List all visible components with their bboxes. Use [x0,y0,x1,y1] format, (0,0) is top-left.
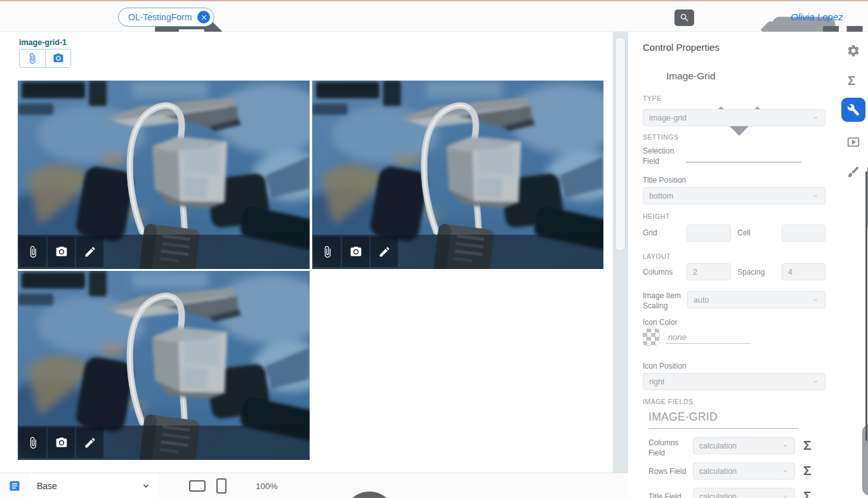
edit-mode-button[interactable] [653,10,668,25]
phone-view-button[interactable] [216,478,227,494]
tablet-view-button[interactable] [189,480,206,492]
grid-height-input[interactable] [687,225,731,242]
icon-position-select[interactable]: right [643,373,825,390]
form-canvas: image-grid-1 [0,32,613,473]
open-selection-field-button[interactable] [808,150,822,164]
columns-label: Columns [643,267,673,277]
type-select[interactable]: image-grid [643,109,825,126]
camera-button[interactable] [45,49,70,67]
user-name[interactable]: Olivia Lopez [791,11,843,22]
settings-tool-button[interactable] [846,44,860,58]
zoom-in-button[interactable] [284,480,296,492]
panel-scrollbar-thumb[interactable] [865,171,867,441]
sigma-icon: Σ [848,74,855,88]
image-grid-cell-2[interactable] [312,81,603,269]
media-tool-button[interactable] [846,135,860,149]
title-field-select[interactable]: calculation [693,488,795,498]
camera-button[interactable] [48,428,75,458]
canvas-scrollbar[interactable] [613,32,628,473]
panel-tool-strip: Σ [839,32,868,498]
chevron-down-icon [782,442,789,449]
undo-button[interactable] [21,10,36,25]
download-button[interactable] [72,10,87,25]
camera-button[interactable] [48,237,75,267]
view-selector[interactable]: Base [29,473,159,498]
formulas-tool-button[interactable]: Σ [848,74,855,88]
save-button[interactable] [97,10,112,25]
spacing-input[interactable] [782,263,825,280]
pdf-view-button[interactable] [700,9,717,25]
section-expand-chevron-icon[interactable] [644,72,653,81]
pencil-icon [84,246,96,258]
image-cell-toolbar [312,235,603,269]
icon-color-input[interactable] [666,331,751,344]
group-label-settings: SETTINGS [643,133,679,141]
code-view-button[interactable] [725,10,740,25]
canvas-scrollbar-thumb[interactable] [615,37,626,251]
view-selector-value: Base [37,481,141,491]
section-title: Image-Grid [666,70,716,82]
cell-height-input[interactable] [782,225,825,242]
chevron-down-icon [782,468,789,475]
main-area: image-grid-1 [0,32,868,498]
select-value: calculation [699,442,782,450]
apps-grid-button[interactable] [760,10,773,24]
sigma-icon: Σ [803,438,812,452]
grid-height-label: Grid [643,228,657,238]
select-value: auto [694,296,812,305]
attach-file-button[interactable] [19,428,46,458]
document-icon[interactable] [8,480,21,492]
open-form-chip[interactable]: OL-TestingForm [118,8,214,27]
image-item-scaling-select[interactable]: auto [687,291,825,308]
open-image-fields-button[interactable] [803,412,817,426]
attach-file-button[interactable] [313,237,341,267]
control-action-buttons [19,49,71,68]
image-grid-cell-3[interactable] [18,271,310,460]
edit-image-button[interactable] [76,428,103,458]
camera-icon [55,246,68,258]
title-field-label: Title Field [648,492,681,498]
control-properties-panel: Control Properties Image-Grid TYPE image… [628,32,868,498]
title-position-select[interactable]: bottom [643,187,825,204]
image-item-scaling-label: Image Item Scaling [643,291,683,311]
camera-button[interactable] [342,237,369,267]
search-icon [680,13,690,23]
control-field-label: image-grid-1 [19,38,67,47]
app-window: OL-TestingForm Olivia Lopez image-grid-1 [0,0,868,498]
edit-image-button[interactable] [76,237,103,267]
panel-title: Control Properties [643,42,720,53]
group-label-image-fields: IMAGE FIELDS [643,398,694,405]
edit-image-button[interactable] [371,237,398,267]
section-collapse-chevron-icon[interactable] [817,72,826,81]
user-avatar[interactable] [847,9,864,25]
search-button[interactable] [674,10,694,26]
icon-color-label: Icon Color [643,317,678,327]
attach-file-button[interactable] [19,237,46,267]
style-tool-button[interactable] [846,165,860,179]
paperclip-icon [27,246,39,258]
redo-button[interactable] [46,10,62,25]
columns-field-select[interactable]: calculation [693,437,795,454]
properties-tool-button-active[interactable] [841,98,865,122]
rows-field-select[interactable]: calculation [693,462,795,480]
rows-field-formula-button[interactable]: Σ [803,464,812,478]
sigma-icon: Σ [803,463,812,478]
pencil-icon [378,246,391,258]
columns-field-formula-button[interactable]: Σ [803,438,812,452]
selection-field-input[interactable] [686,150,801,162]
image-grid-cell-1[interactable] [18,81,310,269]
chevron-down-icon [782,493,789,498]
icon-color-swatch[interactable] [643,329,660,346]
brush-icon [846,165,860,179]
title-field-formula-button[interactable]: Σ [803,489,812,498]
close-form-button[interactable] [197,11,210,23]
cell-height-label: Cell [737,228,751,238]
video-display-icon [846,135,860,149]
attach-file-button[interactable] [20,49,45,67]
zoom-level: 100% [256,482,278,491]
image-cell-toolbar [18,426,310,460]
columns-input[interactable] [687,263,731,280]
camera-icon [55,436,68,449]
zoom-in-icon [284,480,475,498]
select-value: bottom [649,192,812,200]
